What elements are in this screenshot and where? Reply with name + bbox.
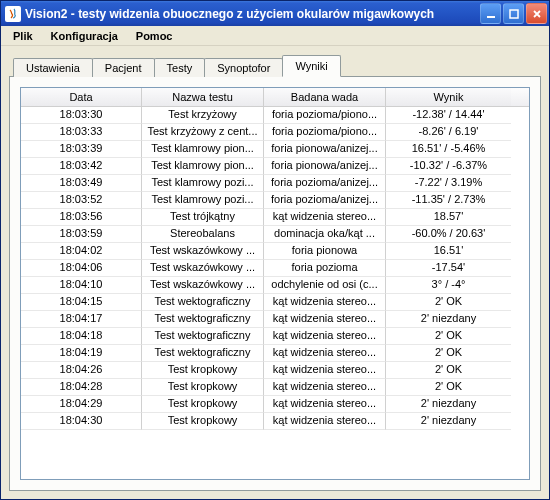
table-row[interactable]: 18:03:30Test krzyżowyforia pozioma/piono…	[21, 107, 529, 124]
table-cell: 18:03:49	[21, 175, 142, 192]
table-row[interactable]: 18:04:19Test wektograficznykąt widzenia …	[21, 345, 529, 362]
svg-rect-0	[487, 16, 495, 18]
table-cell: -11.35' / 2.73%	[386, 192, 511, 209]
java-icon	[5, 6, 21, 22]
minimize-button[interactable]	[480, 3, 501, 24]
table-cell: Test kropkowy	[142, 379, 264, 396]
table-body[interactable]: 18:03:30Test krzyżowyforia pozioma/piono…	[21, 107, 529, 479]
table-cell: Test kropkowy	[142, 413, 264, 430]
table-cell: 18:03:52	[21, 192, 142, 209]
table-cell: -17.54'	[386, 260, 511, 277]
table-cell: 18:03:30	[21, 107, 142, 124]
table-cell: 18:04:26	[21, 362, 142, 379]
table-cell: -7.22' / 3.19%	[386, 175, 511, 192]
table-row[interactable]: 18:03:42Test klamrowy pion...foria piono…	[21, 158, 529, 175]
tab-strip: Ustawienia Pacjent Testy Synoptofor Wyni…	[9, 54, 541, 76]
col-header-data[interactable]: Data	[21, 88, 142, 106]
menu-plik[interactable]: Plik	[5, 28, 41, 44]
tab-ustawienia[interactable]: Ustawienia	[13, 58, 93, 77]
table-cell: 18:04:29	[21, 396, 142, 413]
table-cell: 18:03:39	[21, 141, 142, 158]
table-cell: -60.0% / 20.63'	[386, 226, 511, 243]
table-cell: Test wskazówkowy ...	[142, 277, 264, 294]
table-cell: foria pozioma/anizej...	[264, 192, 386, 209]
title-bar[interactable]: Vision2 - testy widzenia obuocznego z uż…	[1, 1, 549, 26]
table-cell: Test wektograficzny	[142, 311, 264, 328]
col-header-nazwa[interactable]: Nazwa testu	[142, 88, 264, 106]
table-cell: Test kropkowy	[142, 362, 264, 379]
table-cell: 18:03:42	[21, 158, 142, 175]
table-cell: 2' OK	[386, 328, 511, 345]
table-cell: foria pionowa/anizej...	[264, 141, 386, 158]
col-header-wynik[interactable]: Wynik	[386, 88, 511, 106]
table-cell: Test wektograficzny	[142, 328, 264, 345]
table-cell: 18:04:15	[21, 294, 142, 311]
table-row[interactable]: 18:04:26Test kropkowykąt widzenia stereo…	[21, 362, 529, 379]
table-row[interactable]: 18:04:30Test kropkowykąt widzenia stereo…	[21, 413, 529, 430]
table-cell: 18:03:56	[21, 209, 142, 226]
tab-synoptofor[interactable]: Synoptofor	[204, 58, 283, 77]
table-cell: 18:04:06	[21, 260, 142, 277]
svg-rect-1	[510, 10, 518, 18]
table-row[interactable]: 18:03:33Test krzyżowy z cent...foria poz…	[21, 124, 529, 141]
col-header-wada[interactable]: Badana wada	[264, 88, 386, 106]
table-cell: kąt widzenia stereo...	[264, 362, 386, 379]
table-cell: 18:04:30	[21, 413, 142, 430]
table-row[interactable]: 18:03:39Test klamrowy pion...foria piono…	[21, 141, 529, 158]
table-cell: foria pozioma/piono...	[264, 107, 386, 124]
table-row[interactable]: 18:04:18Test wektograficznykąt widzenia …	[21, 328, 529, 345]
table-row[interactable]: 18:04:10Test wskazówkowy ...odchylenie o…	[21, 277, 529, 294]
table-row[interactable]: 18:04:17Test wektograficznykąt widzenia …	[21, 311, 529, 328]
table-cell: -10.32' / -6.37%	[386, 158, 511, 175]
menu-pomoc[interactable]: Pomoc	[128, 28, 181, 44]
table-row[interactable]: 18:04:29Test kropkowykąt widzenia stereo…	[21, 396, 529, 413]
table-cell: 2' niezdany	[386, 413, 511, 430]
table-cell: kąt widzenia stereo...	[264, 379, 386, 396]
results-table: Data Nazwa testu Badana wada Wynik 18:03…	[20, 87, 530, 480]
tab-pacjent[interactable]: Pacjent	[92, 58, 155, 77]
app-window: Vision2 - testy widzenia obuocznego z uż…	[0, 0, 550, 500]
table-row[interactable]: 18:03:49Test klamrowy pozi...foria pozio…	[21, 175, 529, 192]
tab-testy[interactable]: Testy	[154, 58, 206, 77]
table-cell: 18:03:59	[21, 226, 142, 243]
table-cell: 18.57'	[386, 209, 511, 226]
table-cell: Test krzyżowy	[142, 107, 264, 124]
table-cell: -12.38' / 14.44'	[386, 107, 511, 124]
table-cell: Test klamrowy pion...	[142, 158, 264, 175]
table-cell: kąt widzenia stereo...	[264, 311, 386, 328]
table-cell: 18:04:28	[21, 379, 142, 396]
table-cell: 2' niezdany	[386, 396, 511, 413]
table-cell: foria pionowa/anizej...	[264, 158, 386, 175]
table-row[interactable]: 18:04:02Test wskazówkowy ...foria pionow…	[21, 243, 529, 260]
table-row[interactable]: 18:04:15Test wektograficznykąt widzenia …	[21, 294, 529, 311]
table-row[interactable]: 18:04:06Test wskazówkowy ...foria poziom…	[21, 260, 529, 277]
table-cell: 18:04:17	[21, 311, 142, 328]
table-row[interactable]: 18:04:28Test kropkowykąt widzenia stereo…	[21, 379, 529, 396]
tab-wyniki[interactable]: Wyniki	[282, 55, 340, 77]
table-row[interactable]: 18:03:59Stereobalansdominacja oka/kąt ..…	[21, 226, 529, 243]
table-cell: 18:03:33	[21, 124, 142, 141]
menu-bar: Plik Konfiguracja Pomoc	[1, 26, 549, 46]
table-cell: 16.51' / -5.46%	[386, 141, 511, 158]
table-cell: kąt widzenia stereo...	[264, 413, 386, 430]
table-cell: 2' niezdany	[386, 311, 511, 328]
table-cell: 2' OK	[386, 294, 511, 311]
table-row[interactable]: 18:03:52Test klamrowy pozi...foria pozio…	[21, 192, 529, 209]
table-cell: Test klamrowy pion...	[142, 141, 264, 158]
table-header-row: Data Nazwa testu Badana wada Wynik	[21, 88, 529, 107]
table-cell: foria pozioma	[264, 260, 386, 277]
table-cell: kąt widzenia stereo...	[264, 209, 386, 226]
table-cell: Test klamrowy pozi...	[142, 175, 264, 192]
table-cell: 18:04:10	[21, 277, 142, 294]
menu-konfiguracja[interactable]: Konfiguracja	[43, 28, 126, 44]
maximize-button[interactable]	[503, 3, 524, 24]
table-cell: Test wektograficzny	[142, 345, 264, 362]
table-cell: Test krzyżowy z cent...	[142, 124, 264, 141]
table-cell: Test kropkowy	[142, 396, 264, 413]
table-cell: foria pozioma/anizej...	[264, 175, 386, 192]
table-cell: Test wektograficzny	[142, 294, 264, 311]
close-button[interactable]	[526, 3, 547, 24]
table-row[interactable]: 18:03:56Test trójkątnykąt widzenia stere…	[21, 209, 529, 226]
table-cell: Test klamrowy pozi...	[142, 192, 264, 209]
table-cell: foria pionowa	[264, 243, 386, 260]
